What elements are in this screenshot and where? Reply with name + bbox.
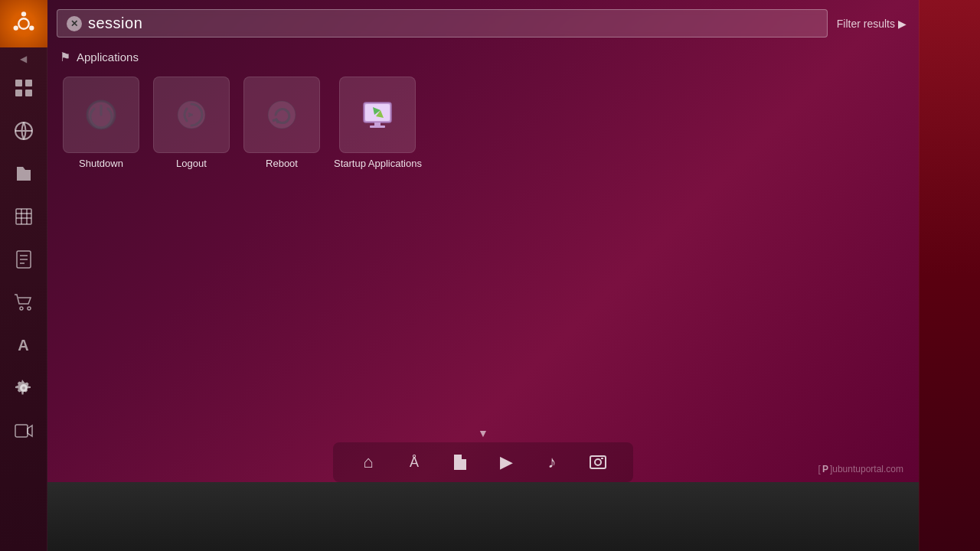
filter-results-button[interactable]: Filter results ▶ [837, 18, 906, 30]
reboot-icon-box [243, 77, 320, 153]
watermark-site-text: ]ubuntuportal.com [830, 464, 903, 474]
video-filter-icon[interactable]: ▶ [492, 448, 520, 476]
filter-results-arrow: ▶ [898, 18, 906, 30]
music-filter-icon[interactable]: ♪ [538, 448, 566, 476]
svg-rect-7 [25, 80, 32, 86]
search-input[interactable]: session [88, 15, 818, 32]
ubuntu-logo[interactable] [0, 0, 47, 47]
svg-point-20 [20, 307, 23, 310]
sidebar: ◀ [0, 0, 47, 551]
watermark-bracket-left: [ [818, 464, 821, 474]
sidebar-item-amazon[interactable]: A [3, 324, 44, 366]
svg-point-3 [21, 11, 25, 16]
files-filter-icon[interactable] [446, 448, 474, 476]
startup-applications-icon-box [339, 77, 416, 153]
svg-rect-9 [25, 90, 32, 96]
section-label-text: Applications [77, 51, 139, 64]
app-item-reboot[interactable]: Reboot [240, 73, 323, 172]
home-icon[interactable]: ⌂ [354, 448, 382, 476]
svg-point-33 [595, 459, 601, 465]
shutdown-icon-box [63, 77, 139, 153]
sidebar-item-apps[interactable] [3, 67, 44, 109]
header: ✕ session Filter results ▶ [47, 0, 919, 47]
bottom-bar: ▼ ⌂ Å ▶ ♪ [47, 427, 919, 482]
photo-filter-icon[interactable] [584, 448, 612, 476]
svg-rect-32 [590, 456, 606, 468]
watermark: [ P ]ubuntuportal.com [818, 464, 903, 474]
svg-point-25 [268, 101, 296, 129]
svg-rect-11 [16, 209, 31, 224]
section-header: ⚑ Applications [47, 47, 919, 73]
sidebar-item-browser[interactable] [3, 110, 44, 152]
svg-point-2 [19, 19, 28, 28]
app-item-logout[interactable]: Logout [150, 73, 233, 172]
sidebar-item-video[interactable] [3, 410, 44, 452]
svg-point-4 [13, 25, 18, 30]
sidebar-item-notes[interactable] [3, 239, 44, 280]
svg-point-21 [28, 307, 31, 310]
bottom-collapse-arrow[interactable]: ▼ [478, 427, 488, 439]
right-panel [919, 0, 980, 551]
app-item-startup-applications[interactable]: Startup Applications [331, 73, 425, 172]
apps-grid: Shutdown Logout [47, 73, 919, 172]
sidebar-item-shopping[interactable] [3, 282, 44, 323]
filter-results-label: Filter results [837, 18, 895, 30]
sidebar-item-spreadsheet[interactable] [3, 196, 44, 237]
sidebar-collapse-arrow[interactable]: ◀ [0, 52, 47, 66]
logout-icon-box [153, 77, 230, 153]
search-clear-button[interactable]: ✕ [67, 16, 82, 31]
startup-applications-label: Startup Applications [334, 158, 422, 169]
watermark-logo-letter: P [822, 464, 828, 474]
sidebar-item-files[interactable] [3, 153, 44, 194]
bottom-filter-bar: ⌂ Å ▶ ♪ [333, 442, 633, 482]
search-bar: ✕ session [57, 9, 828, 37]
bottom-desktop-bar [47, 482, 919, 551]
svg-rect-29 [370, 126, 385, 128]
svg-rect-6 [15, 80, 22, 86]
main-content: ✕ session Filter results ▶ ⚑ Application… [47, 0, 919, 551]
sidebar-item-settings[interactable] [3, 367, 44, 409]
apps-filter-icon[interactable]: Å [400, 448, 428, 476]
svg-rect-22 [15, 425, 28, 437]
svg-rect-8 [15, 90, 22, 96]
logout-label: Logout [176, 158, 207, 169]
section-icon: ⚑ [60, 50, 70, 64]
app-item-shutdown[interactable]: Shutdown [60, 73, 142, 172]
reboot-label: Reboot [266, 158, 298, 169]
svg-rect-34 [601, 458, 603, 459]
svg-point-5 [29, 25, 34, 30]
shutdown-label: Shutdown [79, 158, 123, 169]
